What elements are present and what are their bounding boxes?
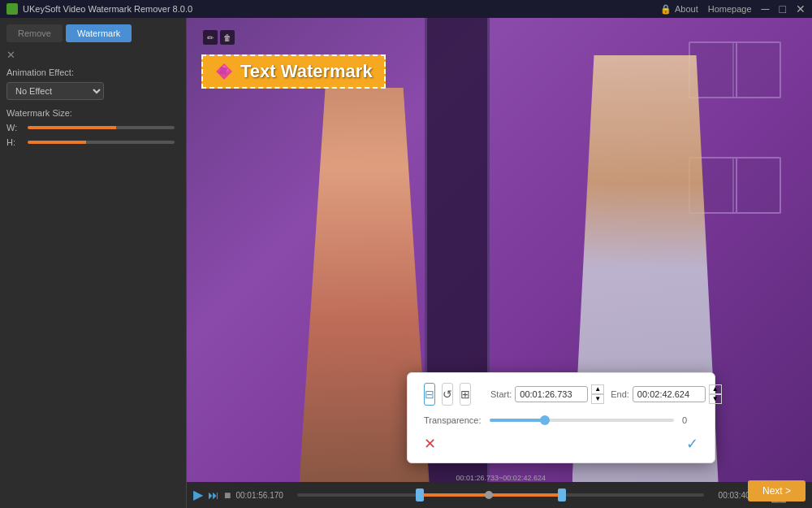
reset-tool-btn[interactable]: ↺: [442, 383, 453, 406]
animation-effect-row: Animation Effect:: [6, 67, 179, 77]
transparency-slider[interactable]: [490, 419, 674, 422]
transparency-row: Transparence: 0: [424, 415, 698, 425]
watermark-size-label-row: Watermark Size:: [6, 108, 179, 118]
main-container: Remove Watermark ✕ Animation Effect: No …: [0, 18, 812, 508]
watermark-delete-btn[interactable]: 🗑: [220, 30, 235, 45]
popup-footer: ✕ ✓: [424, 435, 698, 453]
transparency-thumb[interactable]: [540, 415, 550, 425]
left-panel: Remove Watermark ✕ Animation Effect: No …: [0, 18, 187, 508]
end-spin-down[interactable]: ▼: [709, 394, 722, 404]
current-time: 00:01:56.170: [235, 491, 292, 500]
height-row: H:: [6, 137, 179, 147]
close-row: ✕: [6, 49, 179, 61]
start-field-group: Start: ▲ ▼: [490, 384, 604, 404]
start-spin-down[interactable]: ▼: [591, 394, 604, 404]
minimize-btn[interactable]: ─: [762, 2, 770, 15]
watermark-controls: ✏ 🗑: [203, 30, 235, 45]
watermark-size-label: Watermark Size:: [6, 108, 72, 118]
timeline-range-label: 00:01:26.733~00:02:42.624: [456, 474, 546, 482]
next-button[interactable]: Next >: [748, 480, 806, 501]
timeline-thumb-left[interactable]: [416, 488, 424, 501]
bottom-controls: ▶ ⏭ ■ 00:01:56.170 00:01:26.733~00:02:42…: [187, 482, 812, 508]
right-area: ✏ 🗑 Text Watermark ▶: [187, 18, 812, 508]
end-time-input[interactable]: [633, 386, 706, 402]
about-link[interactable]: About: [675, 4, 698, 14]
step-forward-button[interactable]: ⏭: [208, 489, 219, 501]
close-watermark-icon[interactable]: ✕: [6, 49, 15, 61]
popup-cancel-btn[interactable]: ✕: [424, 435, 436, 453]
timeline-thumb-right[interactable]: [558, 488, 566, 501]
tab-remove[interactable]: Remove: [6, 24, 63, 42]
end-field-group: End: ▲ ▼: [611, 384, 722, 404]
title-bar: UKeySoft Video Watermark Remover 8.0.0 🔒…: [0, 0, 812, 18]
watermark-text: Text Watermark: [240, 61, 373, 82]
close-btn[interactable]: ✕: [796, 2, 806, 15]
homepage-link[interactable]: Homepage: [708, 4, 752, 14]
start-spin-up[interactable]: ▲: [591, 384, 604, 394]
start-time-input[interactable]: [515, 386, 588, 402]
title-bar-nav: 🔒 About Homepage: [660, 4, 752, 15]
app-logo: [6, 3, 18, 15]
lock-icon: 🔒: [660, 4, 672, 15]
w-label: W:: [6, 123, 23, 132]
popup-confirm-btn[interactable]: ✓: [686, 435, 698, 453]
h-label: H:: [6, 137, 23, 147]
time-fields: Start: ▲ ▼ End: ▲ ▼: [490, 384, 722, 404]
transparency-label: Transparence:: [424, 415, 482, 425]
timeline-container[interactable]: 00:01:26.733~00:02:42.624: [297, 487, 704, 503]
animation-effect-select[interactable]: No Effect: [6, 82, 104, 100]
watermark-diamond-icon: [214, 62, 234, 81]
maximize-btn[interactable]: □: [780, 2, 786, 15]
h-slider[interactable]: [28, 141, 175, 144]
width-row: W:: [6, 123, 179, 132]
grid-tool-btn[interactable]: ⊞: [460, 383, 471, 406]
end-spinner: ▲ ▼: [709, 384, 722, 404]
watermark-box[interactable]: Text Watermark: [201, 54, 386, 89]
filter-tool-btn[interactable]: ⊟: [424, 383, 435, 406]
wall-panel-3: [732, 157, 781, 214]
dropdown-row: No Effect: [6, 82, 179, 100]
watermark-edit-btn[interactable]: ✏: [203, 30, 218, 45]
playback-row: ▶ ⏭ ■ 00:01:56.170 00:01:26.733~00:02:42…: [193, 487, 806, 503]
start-label: Start:: [490, 389, 512, 399]
timeline-thumb-center[interactable]: [485, 491, 493, 499]
end-spin-up[interactable]: ▲: [709, 384, 722, 394]
popup-toolbar: ⊟ ↺ ⊞ Start: ▲ ▼ End:: [424, 383, 698, 406]
window-controls: ─ □ ✕: [762, 2, 806, 15]
end-label: End:: [611, 389, 629, 399]
tab-watermark[interactable]: Watermark: [66, 24, 132, 42]
wall-panel-1: [732, 41, 781, 98]
app-title: UKeySoft Video Watermark Remover 8.0.0: [23, 4, 192, 14]
tab-buttons: Remove Watermark: [6, 24, 179, 42]
animation-effect-label: Animation Effect:: [6, 67, 74, 77]
start-spinner: ▲ ▼: [591, 384, 604, 404]
timeline-track[interactable]: [297, 493, 704, 497]
title-bar-left: UKeySoft Video Watermark Remover 8.0.0: [6, 3, 192, 15]
w-slider[interactable]: [28, 126, 175, 129]
stop-button[interactable]: ■: [224, 489, 231, 501]
title-bar-right: 🔒 About Homepage ─ □ ✕: [660, 2, 806, 15]
transparency-value: 0: [682, 415, 698, 425]
play-button[interactable]: ▶: [193, 488, 203, 501]
popup-panel: ⊟ ↺ ⊞ Start: ▲ ▼ End:: [407, 372, 715, 463]
